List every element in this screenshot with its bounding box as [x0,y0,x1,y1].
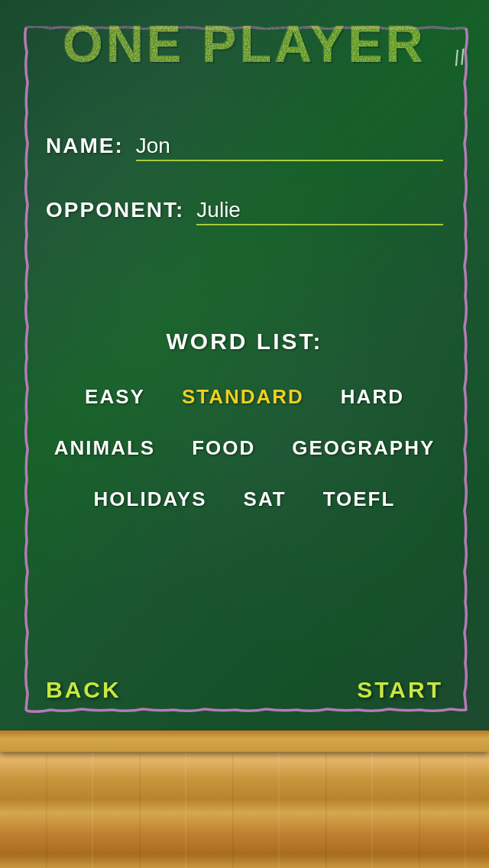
start-button[interactable]: START [357,677,443,703]
opponent-field-row: OPPONENT: [46,198,443,225]
chalkboard: ONE PLAYER // NAME: OPPONENT: WORD LIST:… [0,0,489,741]
bottom-buttons: BACK START [46,677,443,703]
word-list-section: WORD LIST: EASY STANDARD HARD ANIMALS FO… [0,329,489,536]
word-list-title: WORD LIST: [0,329,489,355]
opponent-field-wrapper [196,198,443,225]
name-input[interactable] [136,134,443,161]
title-area: ONE PLAYER [0,14,489,73]
opponent-label: OPPONENT: [46,198,184,222]
option-toefl[interactable]: TOEFL [317,484,402,514]
word-list-row-2: ANIMALS FOOD GEOGRAPHY [0,433,489,463]
option-easy[interactable]: EASY [79,382,151,412]
option-animals[interactable]: ANIMALS [48,433,161,463]
wood-shelf [0,730,489,868]
back-button[interactable]: BACK [46,677,121,703]
option-holidays[interactable]: HOLIDAYS [88,484,213,514]
name-label: NAME: [46,134,124,158]
page-title: ONE PLAYER [0,14,489,73]
option-sat[interactable]: SAT [238,484,293,514]
name-field-wrapper [136,134,443,161]
name-underline [136,160,443,161]
option-hard[interactable]: HARD [335,382,410,412]
word-list-row-3: HOLIDAYS SAT TOEFL [0,484,489,514]
opponent-input[interactable] [196,198,443,225]
word-list-row-1: EASY STANDARD HARD [0,382,489,412]
option-food[interactable]: FOOD [186,433,261,463]
option-geography[interactable]: GEOGRAPHY [286,433,441,463]
opponent-underline [196,224,443,225]
option-standard[interactable]: STANDARD [176,382,310,412]
form-area: NAME: OPPONENT: [46,134,443,262]
name-field-row: NAME: [46,134,443,161]
